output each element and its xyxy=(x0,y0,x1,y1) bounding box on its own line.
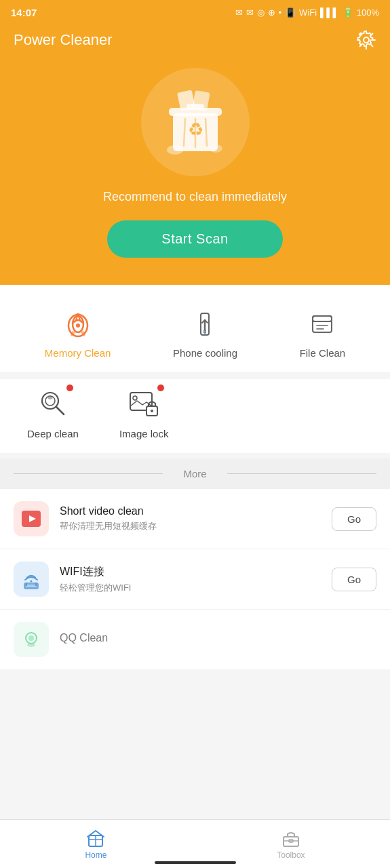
status-bar: 14:07 ✉ ✉ ◎ ⊕ • 📳 WiFi ▌▌▌ 🔋 100% xyxy=(0,0,390,24)
qq-clean-icon-wrap xyxy=(14,622,49,657)
nav-home[interactable]: Home xyxy=(64,829,127,860)
more-line-right xyxy=(227,473,376,474)
home-label: Home xyxy=(85,850,106,860)
more-section: More xyxy=(0,458,390,489)
svg-point-33 xyxy=(151,410,153,412)
vpn-icon: ⊕ xyxy=(268,7,275,18)
svg-point-21 xyxy=(203,330,206,333)
start-scan-button[interactable]: Start Scan xyxy=(107,220,282,258)
svg-point-43 xyxy=(28,635,34,641)
settings-icon[interactable] xyxy=(356,30,376,50)
svg-line-29 xyxy=(56,407,64,414)
home-icon xyxy=(86,829,105,848)
svg-rect-22 xyxy=(313,316,332,332)
email-icon: ✉ xyxy=(235,7,243,18)
svg-point-40 xyxy=(31,580,33,583)
feature-deep-clean[interactable]: Deep clean xyxy=(27,386,79,439)
file-clean-label: File Clean xyxy=(300,347,346,359)
phone-cooling-label: Phone cooling xyxy=(173,347,237,359)
battery-icon: 🔋 xyxy=(343,7,353,18)
memory-clean-icon xyxy=(62,308,94,340)
wifi-go-button[interactable]: Go xyxy=(332,568,376,591)
hero-section: ♻ Recommend to clean immediately Start S… xyxy=(0,61,390,285)
list-section: Short video clean 帮你清理无用短视频缓存 Go WIFI连接 … xyxy=(0,489,390,669)
list-item-wifi: WIFI连接 轻松管理您的WIFI Go xyxy=(0,549,390,610)
wifi-title: WIFI连接 xyxy=(60,565,332,579)
signal-icon: ▌▌▌ xyxy=(320,7,339,18)
svg-point-11 xyxy=(209,144,222,153)
image-lock-label: Image lock xyxy=(119,428,169,439)
short-video-subtitle: 帮你清理无用短视频缓存 xyxy=(60,520,332,532)
svg-rect-5 xyxy=(187,104,204,110)
feature-phone-cooling[interactable]: Phone cooling xyxy=(159,301,251,366)
deep-clean-label: Deep clean xyxy=(27,428,79,439)
image-lock-icon-wrap xyxy=(126,386,161,421)
features-row-1: Memory Clean Phone cooling xyxy=(7,301,383,366)
app-title: Power Cleaner xyxy=(14,31,113,49)
more-label: More xyxy=(183,468,206,479)
status-icons: ✉ ✉ ◎ ⊕ • 📳 WiFi ▌▌▌ 🔋 100% xyxy=(235,7,379,18)
svg-point-10 xyxy=(167,145,183,155)
toolbox-label: Toolbox xyxy=(277,850,305,860)
memory-clean-label: Memory Clean xyxy=(45,347,111,359)
deep-clean-icon-wrap xyxy=(35,386,71,421)
email2-icon: ✉ xyxy=(246,7,254,18)
short-video-go-button[interactable]: Go xyxy=(332,507,376,531)
nav-toolbox[interactable]: Toolbox xyxy=(256,829,325,860)
svg-point-15 xyxy=(76,323,80,328)
short-video-title: Short video clean xyxy=(60,505,332,517)
wifi-text: WIFI连接 轻松管理您的WIFI xyxy=(60,565,332,594)
feature-file-clean[interactable]: File Clean xyxy=(286,301,359,366)
wifi-subtitle: 轻松管理您的WIFI xyxy=(60,582,332,594)
status-time: 14:07 xyxy=(11,7,37,18)
svg-rect-23 xyxy=(313,316,332,321)
features-section: Memory Clean Phone cooling xyxy=(0,285,390,372)
home-indicator xyxy=(155,861,236,864)
recommend-text: Recommend to clean immediately xyxy=(103,190,287,204)
features-row-2: Deep clean Image lock xyxy=(0,379,390,453)
svg-rect-37 xyxy=(26,585,37,587)
feature-memory-clean[interactable]: Memory Clean xyxy=(31,301,125,366)
short-video-icon-wrap xyxy=(14,501,49,536)
deep-clean-badge xyxy=(66,384,73,391)
image-lock-badge xyxy=(157,384,164,391)
svg-point-42 xyxy=(27,643,35,647)
wifi-icon-wrap xyxy=(14,561,49,597)
battery-percent: 100% xyxy=(357,7,379,18)
dot-icon: • xyxy=(279,7,282,18)
vibrate-icon: 📳 xyxy=(285,7,296,18)
compass-icon: ◎ xyxy=(257,7,265,18)
feature-image-lock[interactable]: Image lock xyxy=(119,386,169,439)
more-line-left xyxy=(14,473,163,474)
svg-point-0 xyxy=(364,37,369,43)
phone-cooling-icon xyxy=(189,308,221,340)
wifi-icon: WiFi xyxy=(299,7,317,18)
list-item-short-video: Short video clean 帮你清理无用短视频缓存 Go xyxy=(0,489,390,549)
short-video-text: Short video clean 帮你清理无用短视频缓存 xyxy=(60,505,332,532)
svg-point-31 xyxy=(133,396,137,400)
svg-rect-47 xyxy=(284,837,298,846)
file-clean-icon xyxy=(306,308,338,340)
header: Power Cleaner xyxy=(0,24,390,61)
toolbox-icon xyxy=(281,829,300,848)
list-item-qq-clean: QQ Clean xyxy=(0,610,390,669)
qq-text: QQ Clean xyxy=(60,632,376,647)
qq-title: QQ Clean xyxy=(60,632,376,644)
trash-illustration: ♻ xyxy=(141,68,250,176)
